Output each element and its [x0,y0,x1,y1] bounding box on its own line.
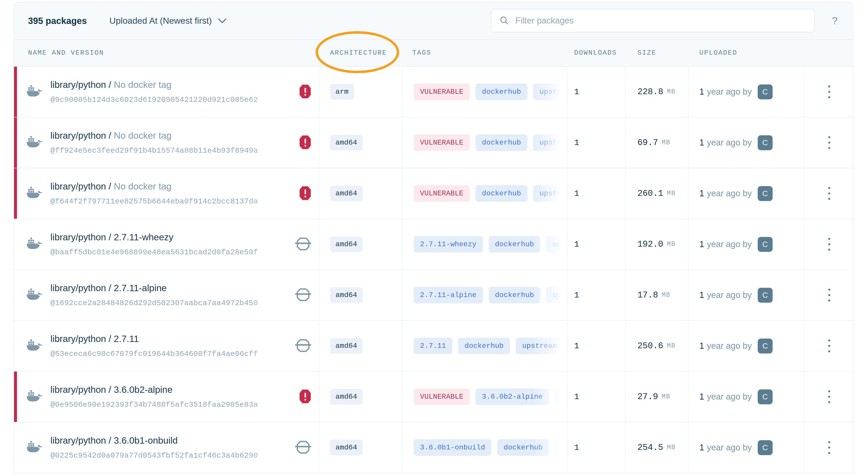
tag-vulnerable[interactable]: VULNERABLE [414,83,470,100]
table-row[interactable]: library/python / No docker tag @ff924e5e… [14,117,853,168]
tag-dockerhub[interactable]: dockerhub [489,287,540,303]
uploader-avatar[interactable]: C [758,339,773,353]
name-cell: library/python / 2.7.11-alpine @1692cce2… [14,270,319,320]
uploader-avatar[interactable]: C [758,84,773,99]
package-name-block: library/python / 3.6.0b1-onbuild @0225c9… [51,435,304,460]
kebab-menu-icon[interactable] [826,236,833,253]
package-name-link[interactable]: library/python / No docker tag [51,130,304,141]
package-name-block: library/python / 2.7.11-alpine @1692cce2… [51,283,304,307]
column-header-architecture[interactable]: ARCHITECTURE [319,39,402,66]
uploaded-cell: 1 year ago by C [688,168,804,218]
architecture-cell: amd64 [319,372,402,422]
table-row[interactable]: library/python / No docker tag @9c90085b… [14,67,853,117]
scan-ok-icon[interactable] [295,237,311,252]
docker-icon [26,441,42,455]
uploaded-cell: 1 year ago by C [688,422,804,473]
vulnerable-icon[interactable] [299,186,311,201]
column-header-name[interactable]: NAME AND VERSION [14,39,319,66]
package-name-link[interactable]: library/python / 3.6.0b2-alpine [51,384,304,395]
tag-vulnerable[interactable]: VULNERABLE [414,388,470,405]
size-value: 260.1 [638,189,663,198]
tag-upstream[interactable]: upstream [533,134,567,151]
package-name-link[interactable]: library/python / 2.7.11 [51,334,304,344]
package-name-link[interactable]: library/python / 2.7.11-wheezy [51,232,304,243]
uploaded-cell: 1 year ago by C [688,67,804,117]
tag-2.7.11[interactable]: 2.7.11 [414,338,452,354]
package-version: 2.7.11-alpine [114,283,166,293]
tag-dockerhub[interactable]: dockerhub [458,338,510,354]
vulnerable-icon[interactable] [299,135,311,151]
tag-list: 2.7.11dockerhubupstream [402,338,567,354]
tag-upstream[interactable]: upstream [546,287,567,303]
tag-2.7.11-wheezy[interactable]: 2.7.11-wheezy [414,236,483,252]
tag-dockerhub[interactable]: dockerhub [489,236,540,252]
kebab-menu-icon[interactable] [826,439,833,456]
name-cell: library/python / 2.7.11 @53ececa6c98c670… [14,321,319,371]
tag-upstream[interactable]: upstream [555,439,567,456]
column-header-uploaded[interactable]: UPLOADED [688,39,804,66]
scan-ok-icon[interactable] [295,440,311,455]
tag-dockerhub[interactable]: dockerhub [475,134,527,151]
filter-input-box[interactable] [491,9,815,33]
tag-upstream[interactable]: upstream [533,83,567,100]
vulnerable-icon[interactable] [299,389,311,405]
column-header-size[interactable]: SIZE [626,39,688,66]
tag-dockerhub[interactable]: dockerhub [475,83,527,100]
tag-2.7.11-alpine[interactable]: 2.7.11-alpine [414,287,483,303]
tag-3.6.0b2-alpine[interactable]: 3.6.0b2-alpine [475,388,549,405]
docker-icon [26,136,42,150]
scan-ok-icon[interactable] [295,288,311,303]
tag-vulnerable[interactable]: VULNERABLE [414,185,470,202]
uploader-avatar[interactable]: C [758,389,773,404]
kebab-menu-icon[interactable] [826,337,833,354]
vulnerable-icon[interactable] [299,84,311,100]
tag-dockerhub[interactable]: dockerhub [555,388,567,405]
tag-upstream[interactable]: upstream [546,236,567,252]
help-icon[interactable]: ? [827,15,843,27]
tag-upstream[interactable]: upstream [516,338,563,354]
package-name-link[interactable]: library/python / No docker tag [51,181,304,192]
toolbar: 395 packages Uploaded At (Newest first) … [14,2,853,39]
uploader-avatar[interactable]: C [758,186,773,201]
architecture-chip: amd64 [330,236,363,252]
table-row[interactable]: library/python / 2.7.11-alpine @1692cce2… [14,270,853,321]
column-header-tags[interactable]: TAGS [402,39,568,66]
size-value: 27.9 [638,392,658,402]
kebab-menu-icon[interactable] [826,388,833,405]
kebab-menu-icon[interactable] [826,134,833,151]
table-row[interactable]: library/python / 3.6.0b2-alpine @0e9506e… [14,372,853,422]
tag-3.6.0b1-onbuild[interactable]: 3.6.0b1-onbuild [414,439,491,456]
tag-dockerhub[interactable]: dockerhub [475,185,527,202]
size-unit: MB [667,342,676,350]
tag-upstream[interactable]: upstream [533,185,567,202]
filter-packages-input[interactable] [515,16,807,26]
uploader-avatar[interactable]: C [758,288,773,303]
downloads-cell: 1 [568,321,626,371]
kebab-menu-icon[interactable] [826,286,833,304]
package-name-link[interactable]: library/python / 3.6.0b1-onbuild [51,435,304,446]
uploader-avatar[interactable]: C [758,237,773,252]
kebab-menu-icon[interactable] [826,83,833,101]
uploaded-cell: 1 year ago by C [688,117,804,168]
table-row[interactable]: library/python / 3.6.0b1-onbuild @0225c9… [14,422,853,473]
column-header-downloads[interactable]: DOWNLOADS [568,39,626,66]
tag-dockerhub[interactable]: dockerhub [497,439,549,456]
table-row[interactable]: library/python / 2.7.11 @53ececa6c98c670… [14,321,853,372]
package-version: 2.7.11-wheezy [114,232,174,242]
docker-icon [26,85,42,99]
package-repo: library/python / [51,232,111,242]
package-version: 2.7.11 [114,334,139,344]
uploaded-age: 1 [700,189,704,198]
uploader-avatar[interactable]: C [758,440,773,455]
table-row[interactable]: library/python / No docker tag @f644f2f7… [14,168,853,219]
package-name-link[interactable]: library/python / 2.7.11-alpine [51,283,304,294]
sort-dropdown[interactable]: Uploaded At (Newest first) [110,16,227,26]
tag-vulnerable[interactable]: VULNERABLE [414,134,470,151]
actions-cell [804,219,854,269]
kebab-menu-icon[interactable] [826,185,833,202]
size-unit: MB [662,139,671,146]
table-row[interactable]: library/python / 2.7.11-wheezy @baaff5db… [14,219,853,270]
package-name-link[interactable]: library/python / No docker tag [51,79,304,90]
scan-ok-icon[interactable] [295,339,311,353]
uploader-avatar[interactable]: C [758,135,773,150]
